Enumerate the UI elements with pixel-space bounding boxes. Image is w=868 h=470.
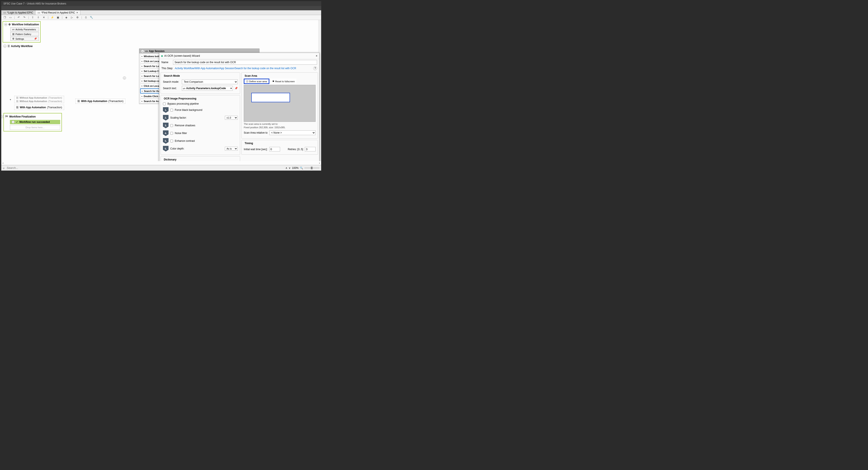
- tab-label: *Find Record in Applied EPIC: [41, 11, 75, 14]
- chevron-left-icon[interactable]: ‹: [3, 162, 3, 165]
- ocr-select[interactable]: x1.0: [225, 116, 238, 120]
- scan-preview[interactable]: [244, 85, 315, 122]
- app-window: SFSC Use Case 7 - Unlock AMS for Insuran…: [1, 1, 321, 171]
- redo-icon[interactable]: ↷: [23, 16, 26, 19]
- ocr-checkbox[interactable]: [170, 124, 173, 127]
- step-icon: ▪: [142, 80, 143, 82]
- tab-find-record[interactable]: ▭ *Find Record in Applied EPIC ×: [35, 10, 80, 15]
- titlebar: SFSC Use Case 7 - Unlock AMS for Insuran…: [1, 1, 321, 6]
- chevron-down-icon[interactable]: ▾: [230, 87, 232, 90]
- ocr-checkbox[interactable]: [170, 140, 173, 142]
- workspace: − ⚙ Workflow Initialization ᔕActivity Pa…: [1, 20, 321, 161]
- scan-note-2: Fixed position 262;309, size: 1552x385.: [244, 126, 315, 129]
- play-icon[interactable]: ▷: [70, 16, 74, 19]
- zoom-slider[interactable]: [304, 168, 319, 168]
- wait-input[interactable]: [269, 147, 280, 152]
- chevron-down-icon[interactable]: ∨: [289, 166, 290, 169]
- file-icon: ▭: [38, 11, 40, 14]
- step-label: This Step:: [161, 67, 173, 70]
- settings-button[interactable]: ⚙Settings📌: [10, 37, 39, 41]
- with-app-automation-branch: ⛓ With App Automation (Transaction): [75, 99, 125, 104]
- step-path[interactable]: Activity Workflow/With App Automation/Ap…: [175, 67, 296, 70]
- workflow-init-block: − ⚙ Workflow Initialization ᔕActivity Pa…: [3, 21, 41, 42]
- step-icon: ▪: [142, 70, 143, 72]
- breakpoint-icon[interactable]: ◈: [65, 16, 68, 19]
- delete-icon[interactable]: ✕: [42, 16, 45, 19]
- branch-header[interactable]: ⛓ With App Automation (Transaction): [76, 99, 125, 103]
- ghost-item[interactable]: ⛓Without App Automation (Transaction): [14, 99, 64, 103]
- link-icon: ⛓: [16, 96, 19, 99]
- tab-login[interactable]: ▭ *Login to Applied EPIC: [1, 10, 35, 15]
- activity-workflow-header[interactable]: − ☰ Activity Workflow: [3, 44, 319, 48]
- add-icon[interactable]: +: [10, 98, 11, 101]
- collapse-icon[interactable]: −: [3, 45, 6, 48]
- collapse-icon[interactable]: −: [4, 23, 7, 26]
- branch-header[interactable]: ⛓ With App Automation (Transaction): [15, 105, 63, 109]
- truck-icon[interactable]: ▣: [56, 16, 60, 19]
- workflow-init-header[interactable]: − ⚙ Workflow Initialization: [4, 23, 39, 26]
- down-icon[interactable]: ⇩: [36, 16, 40, 19]
- step-number: 3.: [163, 123, 168, 128]
- step-icon: ▪: [142, 75, 143, 77]
- ocr-step-label: Color depth:: [170, 147, 184, 150]
- ocr-select[interactable]: As is: [225, 147, 238, 150]
- reset-fullscreen-button[interactable]: ✖Reset to fullscreen: [271, 79, 297, 84]
- print-icon[interactable]: ⎙: [84, 16, 88, 19]
- gear-icon[interactable]: ⚙: [76, 16, 79, 19]
- ocr-step-label: Noise filter: [175, 132, 187, 135]
- collapse-icon[interactable]: −: [1, 115, 4, 118]
- help-icon[interactable]: ?: [313, 66, 317, 70]
- relative-to-select[interactable]: < None >: [269, 130, 315, 135]
- finalization-header[interactable]: − 🏁 Workflow Finalization: [5, 115, 60, 119]
- ocr-wizard-dialog: ◆ AI OCR (screen-based) Wizard × Name Th…: [159, 53, 319, 161]
- define-scan-area-button[interactable]: ◫Define scan area: [244, 79, 269, 84]
- chevron-right-icon[interactable]: ›: [319, 162, 320, 165]
- relative-to-label: Scan Area relative to: [244, 131, 268, 134]
- drop-zone[interactable]: Drop Items here...: [10, 125, 60, 130]
- ocr-step-label: Remove shadows: [175, 124, 195, 127]
- collapse-icon[interactable]: −: [123, 76, 126, 79]
- ocr-step: 3. Remove shadows: [163, 122, 238, 129]
- crop-icon: ◫: [246, 80, 248, 83]
- ocr-checkbox[interactable]: [170, 109, 173, 111]
- pin-icon[interactable]: 📌: [34, 37, 37, 40]
- pattern-gallery-button[interactable]: ▥Pattern Gallery: [10, 32, 39, 36]
- expand-icon: ✖: [272, 80, 274, 83]
- collapse-icon[interactable]: −: [11, 121, 14, 124]
- step-icon: ▪: [142, 95, 143, 98]
- up-icon[interactable]: ⇧: [31, 16, 34, 19]
- undo-icon[interactable]: ↶: [17, 16, 21, 19]
- close-icon[interactable]: ×: [316, 54, 317, 58]
- ocr-step: 5. Enhance contrast: [163, 137, 238, 145]
- ocr-step-label: Force black background: [175, 108, 202, 111]
- step-number: 6.: [163, 146, 168, 152]
- chevron-up-icon[interactable]: ∧: [285, 166, 287, 169]
- zoom-icon[interactable]: 🔍: [300, 166, 303, 169]
- gear-icon: ⚙: [12, 37, 14, 40]
- search-text-combo[interactable]: ᔕ Activity Parameters.lookupCode ▾: [182, 86, 233, 91]
- copy-icon[interactable]: ❐: [3, 16, 6, 19]
- workflow-success-row[interactable]: − ✓ Workflow run succeeded: [10, 120, 60, 124]
- ocr-checkbox[interactable]: [170, 132, 173, 135]
- close-icon[interactable]: ×: [76, 11, 78, 14]
- pin-icon[interactable]: 📌: [235, 87, 238, 90]
- wizard-title: AI OCR (screen-based) Wizard: [164, 54, 200, 57]
- step-number: 5.: [163, 138, 168, 144]
- gallery-icon: ▥: [12, 33, 14, 35]
- link-icon: ⛓: [78, 100, 80, 103]
- search-mode-select[interactable]: Text Comparison: [182, 79, 238, 84]
- bypass-checkbox[interactable]: [163, 102, 166, 105]
- retries-input[interactable]: [305, 147, 315, 152]
- ocr-step: 4. Noise filter: [163, 129, 238, 137]
- paste-icon[interactable]: ▭: [9, 16, 12, 19]
- ghost-item[interactable]: ⛓Without App Automation (Transaction): [14, 96, 64, 99]
- wand-icon[interactable]: ⚡: [51, 16, 54, 19]
- collapse-icon[interactable]: −: [141, 49, 144, 53]
- menubar: [1, 6, 321, 10]
- wrench-icon[interactable]: 🔧: [90, 16, 93, 19]
- activity-params-button[interactable]: ᔕActivity Parameters: [10, 27, 39, 31]
- step-number: 2.: [163, 115, 168, 121]
- name-input[interactable]: [173, 60, 317, 65]
- retries-label: Retries: [0..5]: [288, 148, 303, 151]
- search-input[interactable]: [6, 166, 284, 170]
